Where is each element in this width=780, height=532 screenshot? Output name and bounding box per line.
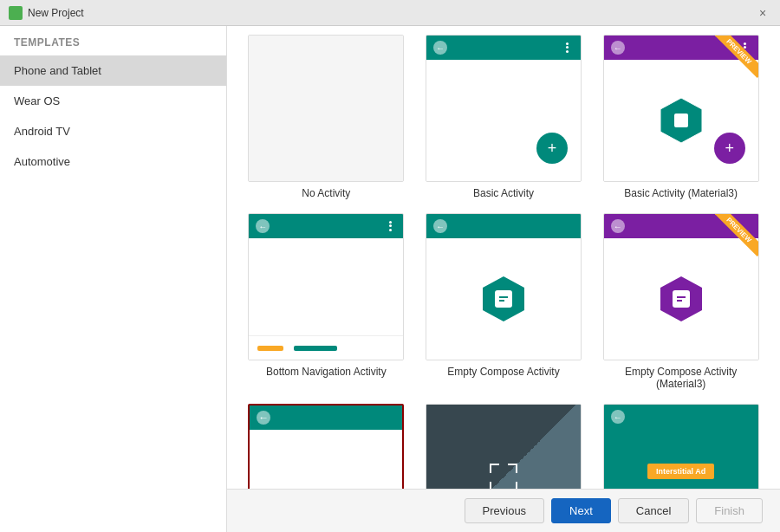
bottom-nav-bar [249,335,403,360]
admob-body: Interstitial Ad [604,429,758,489]
template-thumbnail-empty-compose: ← [426,213,582,360]
phone-bar-empty-compose: ← [426,214,581,238]
phone-body-basic: + [426,60,581,181]
sidebar-item-wear-os[interactable]: Wear OS [0,86,226,116]
fullscreen-preview [426,405,581,489]
sidebar-item-phone-and-tablet[interactable]: Phone and Tablet [0,55,226,86]
template-card-basic-activity[interactable]: ← + Basic Activity [422,35,586,199]
svg-rect-7 [673,290,690,308]
phone-bar-basic: ← [426,36,581,60]
phone-body-empty-compose [426,238,581,360]
content-area: No Activity ← + Basic Activity [227,26,780,532]
footer: Previous Next Cancel Finish [227,489,780,532]
back-arrow-icon: ← [433,41,447,55]
template-card-empty-activity[interactable]: ← Empty Activity [244,404,408,489]
template-label-no-activity: No Activity [302,187,350,199]
finish-button: Finish [696,498,763,523]
cancel-button[interactable]: Cancel [618,498,689,523]
phone-bar-admob: ← [604,405,758,429]
svg-rect-1 [674,114,688,127]
svg-rect-3 [495,290,512,308]
back-arrow-icon-cm3: ← [611,219,625,233]
template-label-bottom-nav: Bottom Navigation Activity [266,366,387,378]
template-card-fullscreen[interactable]: Fullscreen Activity [422,404,586,489]
template-thumbnail-fullscreen [426,404,582,489]
compose-hex-icon-m3 [655,94,707,146]
template-label-basic-material3: Basic Activity (Material3) [624,187,738,199]
template-card-bottom-nav[interactable]: ← Bottom Navigation Activity [244,213,408,390]
next-button[interactable]: Next [551,498,611,523]
template-thumbnail-basic-material3: ← + PREVIEW [603,35,759,182]
template-thumbnail-basic-activity: ← + [426,35,582,182]
hex-icon-compose [478,273,530,325]
back-arrow-icon-admob: ← [611,410,625,424]
window-title: New Project [28,7,754,19]
template-label-empty-compose: Empty Compose Activity [447,366,559,378]
template-card-empty-compose[interactable]: ← Empty Compose Activity [422,213,586,390]
interstitial-ad-badge: Interstitial Ad [647,464,714,479]
svg-rect-8 [677,296,686,298]
template-thumbnail-empty-activity: ← [248,404,404,489]
menu-dots-icon-bn [384,220,396,232]
fullscreen-corners-icon [486,460,521,489]
app-icon [9,6,23,20]
previous-button[interactable]: Previous [465,498,545,523]
template-card-basic-material3[interactable]: ← + PREVIEW [599,35,763,199]
template-thumbnail-bottom-nav: ← [248,213,404,360]
phone-body-empty [250,430,402,489]
menu-dots-icon [562,42,574,54]
close-button[interactable]: × [754,4,771,22]
template-card-empty-compose-m3[interactable]: ← PREVIEW Empty Compose Activi [599,213,763,390]
template-thumbnail-empty-compose-m3: ← PREVIEW [603,213,759,360]
main-container: Templates Phone and Tablet Wear OS Andro… [0,26,780,532]
template-label-empty-compose-m3: Empty Compose Activity (Material3) [599,366,763,390]
preview-badge-wrap-m3: PREVIEW [715,214,758,257]
bottom-nav-teal [294,346,337,351]
svg-rect-9 [677,300,682,302]
back-arrow-icon-bn: ← [256,219,270,233]
template-thumbnail-admob: ← Interstitial Ad [603,404,759,489]
template-card-admob[interactable]: ← Interstitial Ad Google AdMob Ads Activ… [599,404,763,489]
svg-rect-4 [499,296,508,298]
preview-badge-wrap: PREVIEW [715,36,758,79]
sidebar: Templates Phone and Tablet Wear OS Andro… [0,26,227,532]
titlebar: New Project × [0,0,780,26]
back-arrow-icon-ea: ← [257,411,270,425]
phone-bar-empty: ← [250,405,402,430]
svg-rect-5 [499,300,504,302]
back-arrow-icon-m3: ← [611,41,625,55]
preview-badge: PREVIEW [715,36,758,78]
sidebar-section-label: Templates [0,26,226,55]
template-card-no-activity[interactable]: No Activity [244,35,408,199]
preview-badge-m3: PREVIEW [715,214,758,256]
template-grid: No Activity ← + Basic Activity [227,26,780,489]
sidebar-item-automotive[interactable]: Automotive [0,146,226,177]
phone-body-bottom-nav [249,238,403,335]
template-thumbnail-no-activity [248,35,404,182]
hex-icon-compose-m3 [655,273,707,325]
sidebar-item-android-tv[interactable]: Android TV [0,116,226,146]
back-arrow-icon-ec: ← [433,219,447,233]
template-label-basic-activity: Basic Activity [473,187,534,199]
bottom-nav-yellow [257,346,283,351]
phone-bar-bottom-nav: ← [249,214,403,238]
